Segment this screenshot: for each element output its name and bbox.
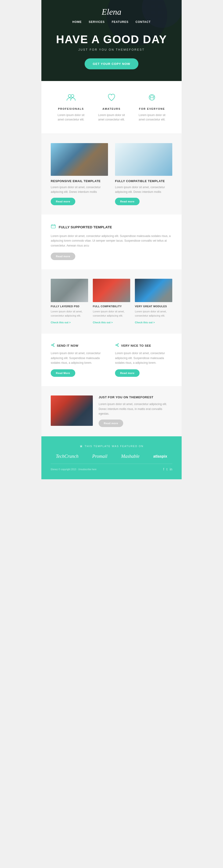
footer-label-text: THIS TEMPLATE WAS FEATURED ON xyxy=(85,445,143,447)
cards-section: RESPONSIVE EMAIL TEMPLATE Lorem ipsum do… xyxy=(41,134,182,214)
nav-home[interactable]: HOME xyxy=(72,20,82,24)
supported-icon xyxy=(51,224,56,230)
nice-icon xyxy=(115,343,119,348)
featured-section: JUST FOR YOU ON THEMEFOREST Lorem ipsum … xyxy=(41,386,182,436)
hero-title: HAVE A GOOD DAY xyxy=(41,33,182,46)
col-compatibility-link[interactable]: Check this out > xyxy=(93,321,113,324)
professionals-title: PROFESIONALS xyxy=(55,107,86,110)
card-responsive-title: RESPONSIVE EMAIL TEMPLATE xyxy=(51,179,108,183)
footer-bottom: Elenez © copyright 2013 · Unsubscribe he… xyxy=(51,464,172,471)
footer-brands: TechCrunch Promail Mashable atlaspix xyxy=(51,454,172,459)
card-compatible-title: FULLY COMPATIBLE TEMPLATE xyxy=(115,179,172,183)
col-shoes-image xyxy=(135,279,172,302)
feature-professionals: PROFESIONALS Lorem ipsum dolor sit amet … xyxy=(51,93,91,122)
amateurs-title: AMATEURS xyxy=(96,107,127,110)
card-responsive-btn[interactable]: Read more xyxy=(51,198,75,205)
card-responsive-text: Lorem ipsum dolor sit amet, consectetur … xyxy=(51,185,108,194)
supported-title: FULLY SUPPORTED TEMPLATE xyxy=(59,225,112,229)
amateurs-icon xyxy=(96,93,127,104)
three-cols-row: FULLY LAYERED PSD Lorem ipsum dolor sit … xyxy=(51,279,172,324)
nav-contact[interactable]: CONTACT xyxy=(136,20,151,24)
professionals-icon xyxy=(55,93,86,104)
card-compatible: FULLY COMPATIBLE TEMPLATE Lorem ipsum do… xyxy=(115,143,172,205)
feature-amateurs: AMATEURS Lorem ipsum dolor sit amet cons… xyxy=(91,93,132,122)
col-send-text: Lorem ipsum dolor sit amet, consectetur … xyxy=(51,351,108,365)
col-send-btn[interactable]: Read More xyxy=(51,369,75,377)
svg-marker-11 xyxy=(80,445,83,447)
col-nice-to-see: VERY NICE TO SEE Lorem ipsum dolor sit a… xyxy=(115,343,172,377)
featured-title: JUST FOR YOU ON THEMEFOREST xyxy=(99,396,172,399)
supported-btn[interactable]: Read more xyxy=(51,253,75,260)
nav-features[interactable]: FEATURES xyxy=(112,20,129,24)
twitter-icon[interactable]: t xyxy=(166,467,167,471)
featured-btn[interactable]: Read more xyxy=(99,420,123,427)
col-send-now: SEND IT NOW Lorem ipsum dolor sit amet, … xyxy=(51,343,108,377)
professionals-text: Lorem ipsum dolor sit amet consectetur e… xyxy=(55,113,86,122)
featured-row: JUST FOR YOU ON THEMEFOREST Lorem ipsum … xyxy=(51,396,172,427)
col-layered-link[interactable]: Check this out > xyxy=(51,321,71,324)
col-modules: VERY GREAT MODULES Lorem ipsum dolor sit… xyxy=(135,279,172,324)
footer-featured-label: THIS TEMPLATE WAS FEATURED ON xyxy=(51,444,172,448)
col-nice-btn[interactable]: Read more xyxy=(115,369,140,377)
brand-atlaspix: atlaspix xyxy=(154,454,167,459)
features-section: PROFESIONALS Lorem ipsum dolor sit amet … xyxy=(41,81,182,133)
email-wrapper: Elena HOME SERVICES FEATURES CONTACT HAV… xyxy=(41,0,182,479)
footer-copyright: Elenez © copyright 2013 · Unsubscribe he… xyxy=(51,468,96,471)
brand-techcrunch: TechCrunch xyxy=(56,454,79,459)
supported-section: FULLY SUPPORTED TEMPLATE Lorem ipsum dol… xyxy=(41,215,182,270)
featured-crowd-image xyxy=(51,396,93,426)
col-nice-text: Lorem ipsum dolor sit amet, consectetur … xyxy=(115,351,172,365)
linkedin-icon[interactable]: in xyxy=(170,467,172,471)
featured-content: JUST FOR YOU ON THEMEFOREST Lorem ipsum … xyxy=(99,396,172,427)
col-umbrella-image xyxy=(93,279,130,302)
card-compatible-text: Lorem ipsum dolor sit amet, consectetur … xyxy=(115,185,172,194)
footer-social: f t in xyxy=(163,467,172,471)
hero-cta-button[interactable]: GET YOUR COPY NOW xyxy=(85,58,138,69)
nav-services[interactable]: SERVICES xyxy=(89,20,105,24)
col-layered-title: FULLY LAYERED PSD xyxy=(51,305,88,308)
two-cols-row: SEND IT NOW Lorem ipsum dolor sit amet, … xyxy=(51,343,172,377)
col-send-header: SEND IT NOW xyxy=(51,343,108,348)
col-compatibility-title: FULL COMPATIBILITY xyxy=(93,305,130,308)
card-couple-image xyxy=(115,143,172,176)
everyone-title: FOR EVERYONE xyxy=(137,107,168,110)
col-modules-text: Lorem ipsum dolor sit amet, consectetur … xyxy=(135,310,172,318)
col-send-title: SEND IT NOW xyxy=(57,344,78,347)
feature-everyone: FOR EVERYONE Lorem ipsum dolor sit amet … xyxy=(132,93,172,122)
features-row: PROFESIONALS Lorem ipsum dolor sit amet … xyxy=(51,93,172,122)
cards-row: RESPONSIVE EMAIL TEMPLATE Lorem ipsum do… xyxy=(51,143,172,205)
hero-section: Elena HOME SERVICES FEATURES CONTACT HAV… xyxy=(41,0,182,81)
col-compatibility-text: Lorem ipsum dolor sit amet, consectetur … xyxy=(93,310,130,318)
col-nice-header: VERY NICE TO SEE xyxy=(115,343,172,348)
everyone-text: Lorem ipsum dolor sit amet consectetur e… xyxy=(137,113,168,122)
three-cols-section: FULLY LAYERED PSD Lorem ipsum dolor sit … xyxy=(41,270,182,334)
card-compatible-btn[interactable]: Read more xyxy=(115,198,140,205)
site-logo: Elena xyxy=(41,7,182,17)
featured-text: Lorem ipsum dolor sit amet, consectetur … xyxy=(99,402,172,416)
col-layered-text: Lorem ipsum dolor sit amet, consectetur … xyxy=(51,310,88,318)
svg-point-0 xyxy=(68,95,71,97)
col-layered: FULLY LAYERED PSD Lorem ipsum dolor sit … xyxy=(51,279,88,324)
col-nice-title: VERY NICE TO SEE xyxy=(121,344,151,347)
svg-point-1 xyxy=(71,95,74,97)
col-compatibility: FULL COMPATIBILITY Lorem ipsum dolor sit… xyxy=(93,279,130,324)
two-cols-section: SEND IT NOW Lorem ipsum dolor sit amet, … xyxy=(41,334,182,386)
facebook-icon[interactable]: f xyxy=(163,467,164,471)
col-modules-link[interactable]: Check this out > xyxy=(135,321,155,324)
send-icon xyxy=(51,343,55,348)
hero-nav: HOME SERVICES FEATURES CONTACT xyxy=(41,20,182,24)
svg-rect-5 xyxy=(51,225,55,228)
card-road-image xyxy=(51,143,108,176)
supported-header: FULLY SUPPORTED TEMPLATE xyxy=(51,224,172,230)
footer-section: THIS TEMPLATE WAS FEATURED ON TechCrunch… xyxy=(41,436,182,479)
everyone-icon xyxy=(137,93,168,104)
amateurs-text: Lorem ipsum dolor sit amet consectetur e… xyxy=(96,113,127,122)
col-skater-image xyxy=(51,279,88,302)
col-modules-title: VERY GREAT MODULES xyxy=(135,305,172,308)
brand-mashable: Mashable xyxy=(121,454,140,459)
brand-promail: Promail xyxy=(92,454,108,459)
card-responsive: RESPONSIVE EMAIL TEMPLATE Lorem ipsum do… xyxy=(51,143,108,205)
supported-text: Lorem ipsum dolor sit amet, consectetur … xyxy=(51,234,172,248)
hero-subtitle: JUST FOR YOU ON THEMEFOREST xyxy=(41,48,182,51)
